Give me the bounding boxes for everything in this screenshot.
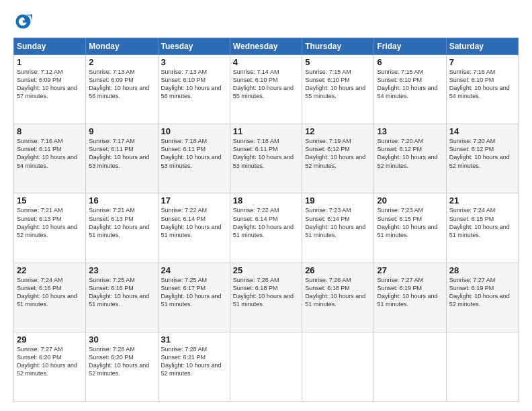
calendar-cell: 21 Sunrise: 7:24 AM Sunset: 6:15 PM Dayl…: [446, 193, 518, 263]
calendar-header-thursday: Thursday: [302, 38, 374, 55]
calendar-table: SundayMondayTuesdayWednesdayThursdayFrid…: [13, 38, 519, 402]
day-number: 22: [17, 265, 83, 275]
day-number: 16: [89, 195, 154, 205]
day-number: 23: [89, 265, 154, 275]
calendar-cell: [374, 332, 446, 401]
calendar-header-sunday: Sunday: [14, 38, 86, 55]
calendar-cell: 12 Sunrise: 7:19 AM Sunset: 6:12 PM Dayl…: [302, 124, 374, 193]
calendar-header-friday: Friday: [374, 38, 446, 55]
day-info: Sunrise: 7:18 AM Sunset: 6:11 PM Dayligh…: [161, 137, 227, 170]
day-info: Sunrise: 7:18 AM Sunset: 6:11 PM Dayligh…: [233, 137, 299, 170]
day-info: Sunrise: 7:13 AM Sunset: 6:10 PM Dayligh…: [161, 68, 227, 101]
day-info: Sunrise: 7:14 AM Sunset: 6:10 PM Dayligh…: [233, 68, 299, 101]
calendar-cell: 10 Sunrise: 7:18 AM Sunset: 6:11 PM Dayl…: [158, 124, 230, 193]
calendar-header-row: SundayMondayTuesdayWednesdayThursdayFrid…: [14, 38, 519, 55]
logo: [13, 12, 35, 31]
day-number: 15: [17, 195, 83, 205]
calendar-cell: 24 Sunrise: 7:25 AM Sunset: 6:17 PM Dayl…: [158, 263, 230, 332]
day-number: 26: [305, 265, 371, 275]
calendar-cell: 28 Sunrise: 7:27 AM Sunset: 6:19 PM Dayl…: [446, 263, 518, 332]
day-number: 7: [449, 57, 515, 67]
calendar-cell: 8 Sunrise: 7:16 AM Sunset: 6:11 PM Dayli…: [14, 124, 86, 193]
day-info: Sunrise: 7:15 AM Sunset: 6:10 PM Dayligh…: [305, 68, 371, 101]
day-info: Sunrise: 7:23 AM Sunset: 6:15 PM Dayligh…: [377, 206, 443, 239]
day-number: 25: [233, 265, 299, 275]
day-number: 30: [89, 334, 154, 345]
day-number: 14: [449, 126, 515, 136]
day-number: 20: [377, 195, 443, 205]
day-info: Sunrise: 7:25 AM Sunset: 6:16 PM Dayligh…: [89, 276, 154, 309]
day-info: Sunrise: 7:27 AM Sunset: 6:19 PM Dayligh…: [377, 276, 443, 309]
day-number: 29: [17, 334, 83, 345]
calendar-header-monday: Monday: [86, 38, 158, 55]
day-number: 4: [233, 57, 299, 67]
calendar-cell: 9 Sunrise: 7:17 AM Sunset: 6:11 PM Dayli…: [86, 124, 158, 193]
calendar-cell: 2 Sunrise: 7:13 AM Sunset: 6:09 PM Dayli…: [86, 55, 158, 124]
day-info: Sunrise: 7:16 AM Sunset: 6:11 PM Dayligh…: [17, 137, 83, 170]
day-info: Sunrise: 7:21 AM Sunset: 6:13 PM Dayligh…: [89, 206, 154, 239]
day-number: 27: [377, 265, 443, 275]
calendar-header-tuesday: Tuesday: [158, 38, 230, 55]
calendar-cell: 30 Sunrise: 7:28 AM Sunset: 6:20 PM Dayl…: [86, 332, 158, 401]
calendar-cell: 19 Sunrise: 7:23 AM Sunset: 6:14 PM Dayl…: [302, 193, 374, 263]
day-number: 2: [89, 57, 154, 67]
day-number: 19: [305, 195, 371, 205]
day-info: Sunrise: 7:25 AM Sunset: 6:17 PM Dayligh…: [161, 276, 227, 309]
calendar-cell: 31 Sunrise: 7:28 AM Sunset: 6:21 PM Dayl…: [158, 332, 230, 401]
calendar-cell: 22 Sunrise: 7:24 AM Sunset: 6:16 PM Dayl…: [14, 263, 86, 332]
calendar-cell: 18 Sunrise: 7:22 AM Sunset: 6:14 PM Dayl…: [230, 193, 302, 263]
day-number: 24: [161, 265, 227, 275]
calendar-cell: 23 Sunrise: 7:25 AM Sunset: 6:16 PM Dayl…: [86, 263, 158, 332]
calendar-cell: 16 Sunrise: 7:21 AM Sunset: 6:13 PM Dayl…: [86, 193, 158, 263]
page: SundayMondayTuesdayWednesdayThursdayFrid…: [0, 0, 532, 411]
header: [13, 12, 519, 31]
calendar-week-row: 15 Sunrise: 7:21 AM Sunset: 6:13 PM Dayl…: [14, 193, 519, 263]
calendar-header-wednesday: Wednesday: [230, 38, 302, 55]
day-info: Sunrise: 7:24 AM Sunset: 6:16 PM Dayligh…: [17, 276, 83, 309]
day-number: 9: [89, 126, 154, 136]
calendar-cell: 6 Sunrise: 7:15 AM Sunset: 6:10 PM Dayli…: [374, 55, 446, 124]
day-info: Sunrise: 7:28 AM Sunset: 6:21 PM Dayligh…: [161, 345, 227, 378]
day-info: Sunrise: 7:17 AM Sunset: 6:11 PM Dayligh…: [89, 137, 154, 170]
day-number: 21: [449, 195, 515, 205]
calendar-cell: 4 Sunrise: 7:14 AM Sunset: 6:10 PM Dayli…: [230, 55, 302, 124]
day-info: Sunrise: 7:13 AM Sunset: 6:09 PM Dayligh…: [89, 68, 154, 101]
calendar-cell: [230, 332, 302, 401]
calendar-cell: 11 Sunrise: 7:18 AM Sunset: 6:11 PM Dayl…: [230, 124, 302, 193]
day-info: Sunrise: 7:21 AM Sunset: 6:13 PM Dayligh…: [17, 206, 83, 239]
day-number: 8: [17, 126, 83, 136]
calendar-header-saturday: Saturday: [446, 38, 518, 55]
day-info: Sunrise: 7:26 AM Sunset: 6:18 PM Dayligh…: [305, 276, 371, 309]
day-number: 28: [449, 265, 515, 275]
calendar-cell: 27 Sunrise: 7:27 AM Sunset: 6:19 PM Dayl…: [374, 263, 446, 332]
day-info: Sunrise: 7:22 AM Sunset: 6:14 PM Dayligh…: [161, 206, 227, 239]
calendar-week-row: 8 Sunrise: 7:16 AM Sunset: 6:11 PM Dayli…: [14, 124, 519, 193]
calendar-cell: [446, 332, 518, 401]
day-number: 6: [377, 57, 443, 67]
day-info: Sunrise: 7:27 AM Sunset: 6:19 PM Dayligh…: [449, 276, 515, 309]
calendar-cell: 25 Sunrise: 7:26 AM Sunset: 6:18 PM Dayl…: [230, 263, 302, 332]
calendar-cell: 13 Sunrise: 7:20 AM Sunset: 6:12 PM Dayl…: [374, 124, 446, 193]
calendar-cell: 15 Sunrise: 7:21 AM Sunset: 6:13 PM Dayl…: [14, 193, 86, 263]
day-number: 13: [377, 126, 443, 136]
calendar-cell: 29 Sunrise: 7:27 AM Sunset: 6:20 PM Dayl…: [14, 332, 86, 401]
day-info: Sunrise: 7:26 AM Sunset: 6:18 PM Dayligh…: [233, 276, 299, 309]
day-info: Sunrise: 7:16 AM Sunset: 6:10 PM Dayligh…: [449, 68, 515, 101]
day-info: Sunrise: 7:24 AM Sunset: 6:15 PM Dayligh…: [449, 206, 515, 239]
calendar-cell: 14 Sunrise: 7:20 AM Sunset: 6:12 PM Dayl…: [446, 124, 518, 193]
calendar-cell: 1 Sunrise: 7:12 AM Sunset: 6:09 PM Dayli…: [14, 55, 86, 124]
day-number: 1: [17, 57, 83, 67]
day-info: Sunrise: 7:27 AM Sunset: 6:20 PM Dayligh…: [17, 345, 83, 378]
day-info: Sunrise: 7:22 AM Sunset: 6:14 PM Dayligh…: [233, 206, 299, 239]
calendar-week-row: 1 Sunrise: 7:12 AM Sunset: 6:09 PM Dayli…: [14, 55, 519, 124]
day-number: 3: [161, 57, 227, 67]
day-info: Sunrise: 7:15 AM Sunset: 6:10 PM Dayligh…: [377, 68, 443, 101]
day-info: Sunrise: 7:19 AM Sunset: 6:12 PM Dayligh…: [305, 137, 371, 170]
calendar-cell: 5 Sunrise: 7:15 AM Sunset: 6:10 PM Dayli…: [302, 55, 374, 124]
calendar-week-row: 29 Sunrise: 7:27 AM Sunset: 6:20 PM Dayl…: [14, 332, 519, 401]
day-info: Sunrise: 7:23 AM Sunset: 6:14 PM Dayligh…: [305, 206, 371, 239]
calendar-cell: 26 Sunrise: 7:26 AM Sunset: 6:18 PM Dayl…: [302, 263, 374, 332]
calendar-cell: 20 Sunrise: 7:23 AM Sunset: 6:15 PM Dayl…: [374, 193, 446, 263]
calendar-cell: 17 Sunrise: 7:22 AM Sunset: 6:14 PM Dayl…: [158, 193, 230, 263]
day-info: Sunrise: 7:12 AM Sunset: 6:09 PM Dayligh…: [17, 68, 83, 101]
